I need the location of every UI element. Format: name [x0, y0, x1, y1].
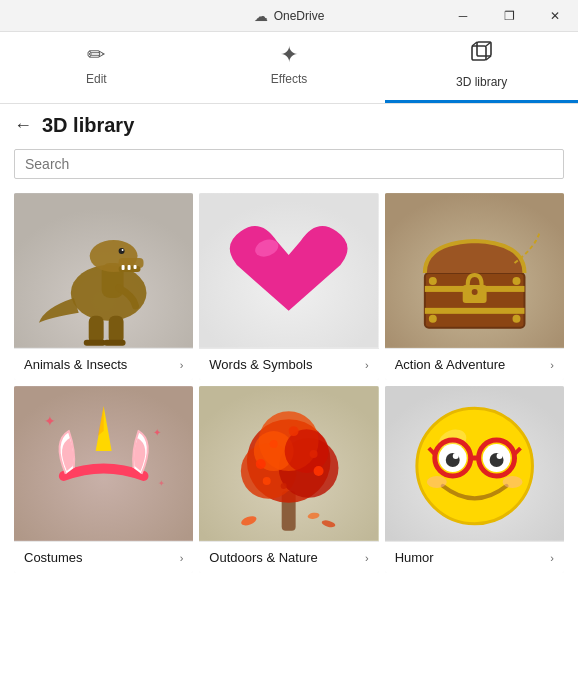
grid-item-humor-label: Humor › — [385, 541, 564, 573]
costumes-chevron: › — [180, 552, 184, 564]
maximize-button[interactable]: ❐ — [486, 0, 532, 32]
thumbnail-animals — [14, 193, 193, 348]
humor-chevron: › — [550, 552, 554, 564]
svg-rect-16 — [89, 316, 104, 344]
svg-point-31 — [428, 315, 436, 323]
svg-point-29 — [428, 277, 436, 285]
grid-item-words-label: Words & Symbols › — [199, 348, 378, 380]
words-label-text: Words & Symbols — [209, 357, 312, 372]
grid-item-action[interactable]: Action & Adventure › — [385, 193, 564, 380]
svg-point-73 — [502, 476, 522, 488]
back-arrow-icon: ← — [14, 115, 32, 136]
svg-point-52 — [263, 477, 271, 485]
app-title: OneDrive — [274, 9, 325, 23]
svg-point-48 — [270, 440, 278, 448]
action-chevron: › — [550, 359, 554, 371]
svg-text:✦: ✦ — [44, 413, 56, 429]
grid-item-action-label: Action & Adventure › — [385, 348, 564, 380]
search-bar[interactable] — [14, 149, 564, 179]
svg-point-53 — [281, 483, 287, 489]
close-button[interactable]: ✕ — [532, 0, 578, 32]
edit-icon: ✏ — [87, 42, 105, 68]
svg-point-70 — [452, 453, 458, 459]
svg-point-51 — [314, 466, 324, 476]
tab-effects[interactable]: ✦ Effects — [193, 32, 386, 103]
grid-item-animals-label: Animals & Insects › — [14, 348, 193, 380]
svg-point-11 — [122, 249, 124, 251]
words-chevron: › — [365, 359, 369, 371]
action-label-text: Action & Adventure — [395, 357, 506, 372]
page-title: 3D library — [42, 114, 134, 137]
outdoors-label-text: Outdoors & Nature — [209, 550, 317, 565]
grid-item-outdoors[interactable]: Outdoors & Nature › — [199, 386, 378, 573]
svg-rect-26 — [425, 308, 525, 314]
thumbnail-words — [199, 193, 378, 348]
thumbnail-costumes: ✦ ✦ ✦ — [14, 386, 193, 541]
svg-rect-17 — [109, 316, 124, 344]
svg-point-46 — [285, 429, 329, 473]
thumbnail-humor — [385, 386, 564, 541]
tab-bar: ✏ Edit ✦ Effects 3D library — [0, 32, 578, 104]
effects-icon: ✦ — [280, 42, 298, 68]
animals-label-text: Animals & Insects — [24, 357, 127, 372]
tab-3dlibrary-label: 3D library — [456, 75, 507, 89]
back-header: ← 3D library — [14, 114, 564, 137]
svg-text:✦: ✦ — [153, 427, 161, 438]
title-bar: ☁ OneDrive ─ ❐ ✕ — [0, 0, 578, 32]
app-title-group: ☁ OneDrive — [254, 8, 325, 24]
main-content: ← 3D library — [0, 104, 578, 700]
svg-point-47 — [256, 459, 266, 469]
cloud-icon: ☁ — [254, 8, 268, 24]
svg-point-28 — [471, 289, 477, 295]
svg-point-49 — [289, 426, 299, 436]
svg-rect-0 — [472, 46, 486, 60]
minimize-button[interactable]: ─ — [440, 0, 486, 32]
search-input[interactable] — [25, 156, 553, 172]
humor-label-text: Humor — [395, 550, 434, 565]
svg-rect-15 — [134, 265, 137, 269]
grid-item-humor[interactable]: Humor › — [385, 386, 564, 573]
back-button[interactable]: ← — [14, 115, 32, 136]
category-grid: Animals & Insects › — [14, 193, 564, 573]
tab-effects-label: Effects — [271, 72, 307, 86]
3dlibrary-icon — [469, 39, 495, 71]
tab-edit[interactable]: ✏ Edit — [0, 32, 193, 103]
svg-point-72 — [426, 476, 446, 488]
thumbnail-action — [385, 193, 564, 348]
grid-item-words[interactable]: Words & Symbols › — [199, 193, 378, 380]
svg-rect-13 — [122, 265, 125, 270]
animals-chevron: › — [180, 359, 184, 371]
grid-item-costumes-label: Costumes › — [14, 541, 193, 573]
window-controls[interactable]: ─ ❐ ✕ — [440, 0, 578, 32]
svg-text:✦: ✦ — [158, 479, 165, 488]
tab-edit-label: Edit — [86, 72, 107, 86]
tab-3dlibrary[interactable]: 3D library — [385, 32, 578, 103]
svg-point-32 — [512, 315, 520, 323]
thumbnail-outdoors — [199, 386, 378, 541]
svg-point-50 — [310, 450, 318, 458]
svg-point-71 — [496, 453, 502, 459]
svg-point-30 — [512, 277, 520, 285]
svg-point-10 — [119, 248, 125, 254]
grid-item-animals[interactable]: Animals & Insects › — [14, 193, 193, 380]
svg-rect-18 — [84, 340, 106, 346]
costumes-label-text: Costumes — [24, 550, 83, 565]
outdoors-chevron: › — [365, 552, 369, 564]
svg-rect-14 — [128, 265, 131, 270]
svg-rect-19 — [104, 340, 126, 346]
grid-item-costumes[interactable]: ✦ ✦ ✦ Costumes › — [14, 386, 193, 573]
grid-item-outdoors-label: Outdoors & Nature › — [199, 541, 378, 573]
